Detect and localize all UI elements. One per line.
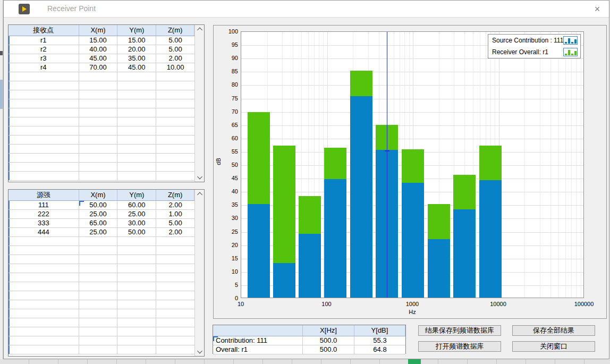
table-cell[interactable]: 20.00: [117, 45, 156, 54]
table-cell[interactable]: [156, 154, 194, 162]
table-cell[interactable]: [79, 300, 118, 309]
open-spectrum-db-button[interactable]: 打开频谱数据库: [418, 341, 501, 352]
table-cell[interactable]: [79, 163, 118, 171]
table-cell[interactable]: [79, 126, 118, 135]
table-cell[interactable]: [156, 246, 194, 255]
table-cell[interactable]: [156, 291, 194, 300]
table-cell[interactable]: [156, 318, 194, 327]
table-cell[interactable]: [9, 145, 79, 153]
table-cell[interactable]: [79, 237, 118, 246]
table-cell[interactable]: [117, 99, 156, 108]
table-cell[interactable]: 30.00: [117, 219, 156, 227]
table-cell[interactable]: [9, 81, 79, 90]
table-cell[interactable]: [9, 108, 79, 117]
table-cell[interactable]: [117, 273, 156, 282]
table-cell[interactable]: [79, 336, 118, 345]
legend-item[interactable]: Source Contribution : 111: [488, 35, 580, 46]
table-cell[interactable]: [156, 145, 194, 153]
table-cell[interactable]: [156, 72, 194, 81]
table-cell[interactable]: [117, 264, 156, 273]
table-cell[interactable]: 40.00: [79, 45, 118, 54]
table-cell[interactable]: 2.00: [156, 201, 194, 209]
table-cell[interactable]: [156, 90, 194, 99]
table-cell[interactable]: 10.00: [156, 63, 194, 72]
table-cell[interactable]: 2.00: [156, 228, 194, 236]
table-cell[interactable]: 55.3: [354, 336, 405, 345]
table-cell[interactable]: 5.00: [156, 36, 194, 45]
table-cell[interactable]: [79, 99, 118, 108]
table-cell[interactable]: [117, 291, 156, 300]
table-cell[interactable]: [9, 117, 79, 126]
table-cell[interactable]: 111: [9, 201, 79, 209]
table-cell[interactable]: r1: [9, 36, 79, 45]
table-cell[interactable]: [156, 126, 194, 135]
table-cell[interactable]: [156, 264, 194, 273]
table-cell[interactable]: [79, 108, 118, 117]
table-cell[interactable]: [9, 309, 79, 318]
table-cell[interactable]: [156, 309, 194, 318]
table-cell[interactable]: [9, 136, 79, 144]
table-cell[interactable]: [79, 309, 118, 318]
scroll-down-arrow-icon[interactable]: [195, 173, 204, 182]
table-cell[interactable]: [117, 126, 156, 135]
table-cell[interactable]: [9, 300, 79, 309]
table-cell[interactable]: 5.00: [156, 45, 194, 54]
source-table-scrollbar[interactable]: [195, 190, 204, 356]
table-cell[interactable]: [79, 90, 118, 99]
table-cell[interactable]: [79, 172, 118, 180]
table-cell[interactable]: [9, 237, 79, 246]
table-cell[interactable]: 50.00: [79, 201, 118, 209]
table-cell[interactable]: [117, 117, 156, 126]
table-cell[interactable]: 500.0: [303, 336, 354, 345]
table-cell[interactable]: [156, 255, 194, 264]
receiver-table-scrollbar[interactable]: [195, 25, 204, 182]
table-cell[interactable]: [156, 300, 194, 309]
table-cell[interactable]: [9, 72, 79, 81]
table-cell[interactable]: 25.00: [79, 210, 118, 218]
close-icon[interactable]: ×: [591, 3, 603, 15]
legend-item[interactable]: Receiver Overall: r1: [488, 46, 580, 58]
scroll-up-arrow-icon[interactable]: [195, 25, 204, 33]
table-cell[interactable]: [9, 172, 79, 180]
table-cell[interactable]: 444: [9, 228, 79, 236]
table-cell[interactable]: 15.00: [117, 36, 156, 45]
table-cell[interactable]: 2.00: [156, 54, 194, 63]
table-cell[interactable]: [117, 300, 156, 309]
table-cell[interactable]: [9, 99, 79, 108]
table-cell[interactable]: [117, 282, 156, 291]
table-cell[interactable]: [79, 136, 118, 144]
scroll-up-arrow-icon[interactable]: [195, 190, 204, 198]
table-cell[interactable]: r4: [9, 63, 79, 72]
table-cell[interactable]: [9, 318, 79, 327]
table-cell[interactable]: 15.00: [79, 36, 118, 45]
table-cell[interactable]: [156, 237, 194, 246]
table-cell[interactable]: 50.00: [117, 228, 156, 236]
table-cell[interactable]: 5.00: [156, 219, 194, 227]
table-cell[interactable]: [117, 336, 156, 345]
table-cell[interactable]: [156, 172, 194, 180]
table-cell[interactable]: [9, 163, 79, 171]
table-cell[interactable]: [117, 72, 156, 81]
table-cell[interactable]: [9, 273, 79, 282]
table-cell[interactable]: [79, 81, 118, 90]
table-cell[interactable]: [9, 255, 79, 264]
table-cell[interactable]: [117, 145, 156, 153]
table-cell[interactable]: Contribution: 111: [213, 336, 303, 345]
table-cell[interactable]: 60.00: [117, 201, 156, 209]
table-cell[interactable]: 25.00: [117, 210, 156, 218]
table-cell[interactable]: 222: [9, 210, 79, 218]
table-cell[interactable]: [9, 90, 79, 99]
table-cell[interactable]: [79, 145, 118, 153]
table-cell[interactable]: [117, 237, 156, 246]
table-cell[interactable]: [79, 264, 118, 273]
table-cell[interactable]: [79, 117, 118, 126]
table-cell[interactable]: [79, 273, 118, 282]
table-cell[interactable]: [156, 81, 194, 90]
table-cell[interactable]: [156, 117, 194, 126]
plot-area[interactable]: [241, 31, 584, 298]
table-cell[interactable]: 333: [9, 219, 79, 227]
table-cell[interactable]: [9, 345, 79, 354]
table-cell[interactable]: [117, 136, 156, 144]
table-cell[interactable]: [156, 327, 194, 336]
table-cell[interactable]: [156, 282, 194, 291]
